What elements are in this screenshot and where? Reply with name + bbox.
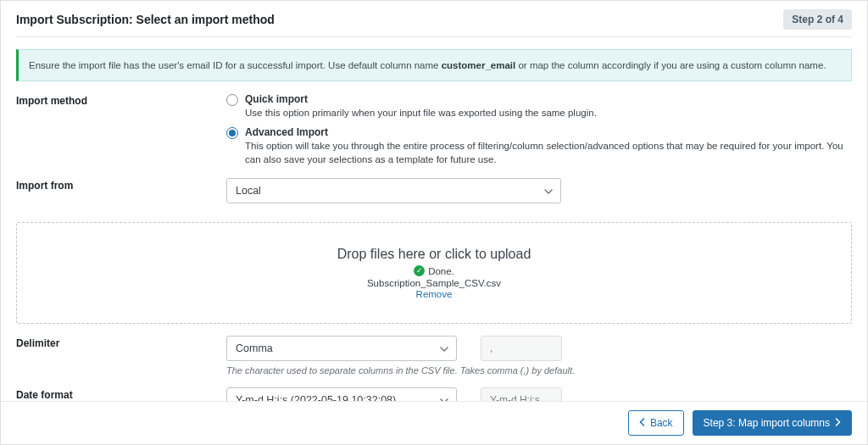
uploaded-filename: Subscription_Sample_CSV.csv <box>367 278 501 288</box>
header-divider <box>16 36 852 37</box>
select-delimiter-value: Comma <box>236 342 273 354</box>
next-button[interactable]: Step 3: Map import columns <box>693 410 852 436</box>
radio-advanced-import[interactable]: Advanced Import This option will take yo… <box>226 126 852 166</box>
dropzone-title: Drop files here or click to upload <box>337 247 531 262</box>
chevron-down-icon <box>544 185 553 197</box>
page-header: Import Subscription: Select an import me… <box>1 1 867 36</box>
radio-input-advanced[interactable] <box>226 127 238 139</box>
check-icon: ✓ <box>414 265 425 276</box>
delimiter-hint: The character used to separate columns i… <box>226 365 852 375</box>
step-indicator: Step 2 of 4 <box>783 9 852 30</box>
wizard-footer: Back Step 3: Map import columns <box>1 401 867 444</box>
upload-done-text: Done. <box>428 266 454 276</box>
chevron-right-icon <box>835 417 841 429</box>
remove-file-link[interactable]: Remove <box>416 289 453 299</box>
page-title: Import Subscription: Select an import me… <box>16 13 275 26</box>
upload-status: ✓ Done. <box>414 265 454 276</box>
chevron-left-icon <box>639 417 645 429</box>
label-import-method: Import method <box>16 93 226 107</box>
back-button-label: Back <box>650 417 673 429</box>
radio-input-quick[interactable] <box>226 94 238 106</box>
radio-desc-quick: Use this option primarily when your inpu… <box>245 106 597 120</box>
select-import-from-value: Local <box>236 185 261 197</box>
row-import-method: Import method Quick import Use this opti… <box>16 93 852 166</box>
radio-quick-import[interactable]: Quick import Use this option primarily w… <box>226 93 852 120</box>
back-button[interactable]: Back <box>628 410 684 436</box>
label-delimiter: Delimiter <box>16 336 226 349</box>
info-text-pre: Ensure the import file has the user's em… <box>29 60 442 70</box>
label-date-format: Date format <box>16 387 226 401</box>
chevron-down-icon <box>440 342 448 354</box>
form-content: Import method Quick import Use this opti… <box>1 93 867 219</box>
file-dropzone[interactable]: Drop files here or click to upload ✓ Don… <box>16 222 852 324</box>
row-import-from: Import from Local <box>16 178 852 203</box>
row-delimiter: Delimiter Comma , The character used to … <box>16 336 852 375</box>
info-text-bold: customer_email <box>442 60 516 70</box>
select-import-from[interactable]: Local <box>226 178 561 203</box>
radio-title-advanced: Advanced Import <box>245 126 328 138</box>
delimiter-char-preview: , <box>481 336 562 361</box>
import-subscription-page: Import Subscription: Select an import me… <box>0 0 868 445</box>
radio-title-quick: Quick import <box>245 93 308 105</box>
info-banner: Ensure the import file has the user's em… <box>16 49 852 81</box>
label-import-from: Import from <box>16 178 226 192</box>
select-delimiter[interactable]: Comma <box>226 336 457 361</box>
next-button-label: Step 3: Map import columns <box>704 417 830 429</box>
info-text-post: or map the column accordingly if you are… <box>515 60 826 70</box>
radio-desc-advanced: This option will take you through the en… <box>245 139 852 166</box>
